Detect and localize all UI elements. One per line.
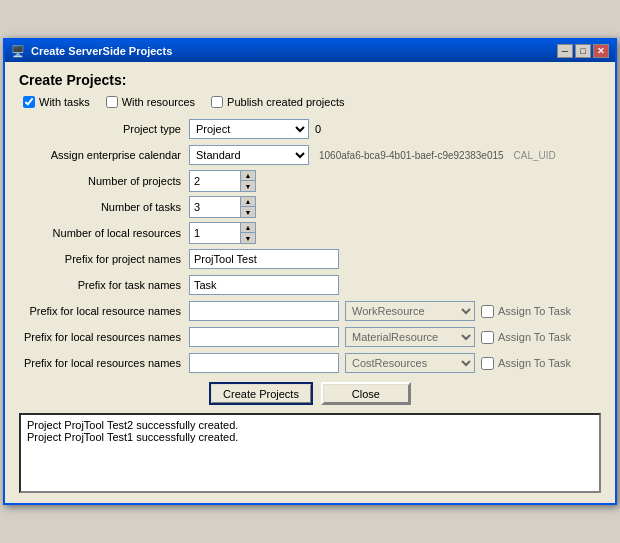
- project-type-controls: Project 0: [189, 119, 601, 139]
- assign-task2-checkbox[interactable]: [481, 331, 494, 344]
- num-tasks-spinbtns: ▲ ▼: [240, 197, 255, 217]
- calendar-label: Assign enterprise calendar: [19, 149, 189, 161]
- num-local-res-spinbtns: ▲ ▼: [240, 223, 255, 243]
- minimize-button[interactable]: ─: [557, 44, 573, 58]
- prefix-local-res1-label: Prefix for local resource names: [19, 305, 189, 317]
- num-local-res-controls: 1 ▲ ▼: [189, 222, 601, 244]
- num-projects-spinner: 2 ▲ ▼: [189, 170, 256, 192]
- project-type-label: Project type: [19, 123, 189, 135]
- prefix-local-res3-label: Prefix for local resources names: [19, 357, 189, 369]
- num-projects-down[interactable]: ▼: [241, 181, 255, 191]
- dialog-content: Create Projects: With tasks With resourc…: [5, 62, 615, 503]
- resource-type2-select[interactable]: MaterialResource: [345, 327, 475, 347]
- project-type-select[interactable]: Project: [189, 119, 309, 139]
- num-projects-input[interactable]: 2: [190, 171, 240, 191]
- prefix-local-res2-row: Prefix for local resources names Materia…: [19, 326, 601, 348]
- output-area: Project ProjTool Test2 successfully crea…: [19, 413, 601, 493]
- num-tasks-spinner: 3 ▲ ▼: [189, 196, 256, 218]
- num-tasks-input[interactable]: 3: [190, 197, 240, 217]
- calendar-row: Assign enterprise calendar Standard 1060…: [19, 144, 601, 166]
- prefix-local-res3-controls: CostResources Assign To Task: [189, 353, 601, 373]
- create-projects-button[interactable]: Create Projects: [209, 382, 313, 405]
- window-title: Create ServerSide Projects: [31, 45, 172, 57]
- titlebar-left: 🖥️ Create ServerSide Projects: [11, 45, 172, 58]
- prefix-task-controls: Task: [189, 275, 601, 295]
- assign-task1-option[interactable]: Assign To Task: [481, 305, 571, 318]
- num-local-res-down[interactable]: ▼: [241, 233, 255, 243]
- num-local-res-input[interactable]: 1: [190, 223, 240, 243]
- prefix-task-row: Prefix for task names Task: [19, 274, 601, 296]
- publish-option[interactable]: Publish created projects: [211, 96, 344, 108]
- num-local-res-spinner: 1 ▲ ▼: [189, 222, 256, 244]
- prefix-local-res1-input[interactable]: [189, 301, 339, 321]
- with-resources-option[interactable]: With resources: [106, 96, 195, 108]
- with-tasks-checkbox[interactable]: [23, 96, 35, 108]
- calendar-select[interactable]: Standard: [189, 145, 309, 165]
- num-tasks-label: Number of tasks: [19, 201, 189, 213]
- prefix-local-res2-controls: MaterialResource Assign To Task: [189, 327, 601, 347]
- prefix-project-label: Prefix for project names: [19, 253, 189, 265]
- num-projects-up[interactable]: ▲: [241, 171, 255, 181]
- assign-task1-checkbox[interactable]: [481, 305, 494, 318]
- window-icon: 🖥️: [11, 45, 25, 58]
- assign-task3-label: Assign To Task: [498, 357, 571, 369]
- prefix-local-res3-row: Prefix for local resources names CostRes…: [19, 352, 601, 374]
- calendar-controls: Standard 1060afa6-bca9-4b01-baef-c9e9238…: [189, 145, 601, 165]
- close-window-button[interactable]: ✕: [593, 44, 609, 58]
- num-tasks-row: Number of tasks 3 ▲ ▼: [19, 196, 601, 218]
- num-tasks-controls: 3 ▲ ▼: [189, 196, 601, 218]
- assign-task3-checkbox[interactable]: [481, 357, 494, 370]
- assign-task1-label: Assign To Task: [498, 305, 571, 317]
- prefix-task-input[interactable]: Task: [189, 275, 339, 295]
- num-tasks-down[interactable]: ▼: [241, 207, 255, 217]
- num-projects-label: Number of projects: [19, 175, 189, 187]
- resource-type1-select[interactable]: WorkResource: [345, 301, 475, 321]
- num-local-res-row: Number of local resources 1 ▲ ▼: [19, 222, 601, 244]
- calendar-uid: 1060afa6-bca9-4b01-baef-c9e92383e015: [319, 150, 504, 161]
- maximize-button[interactable]: □: [575, 44, 591, 58]
- assign-task2-option[interactable]: Assign To Task: [481, 331, 571, 344]
- prefix-local-res2-input[interactable]: [189, 327, 339, 347]
- assign-task2-label: Assign To Task: [498, 331, 571, 343]
- publish-checkbox[interactable]: [211, 96, 223, 108]
- num-local-res-up[interactable]: ▲: [241, 223, 255, 233]
- with-tasks-option[interactable]: With tasks: [23, 96, 90, 108]
- project-type-row: Project type Project 0: [19, 118, 601, 140]
- form-rows: Project type Project 0 Assign enterprise…: [19, 118, 601, 374]
- publish-label: Publish created projects: [227, 96, 344, 108]
- with-resources-label: With resources: [122, 96, 195, 108]
- main-window: 🖥️ Create ServerSide Projects ─ □ ✕ Crea…: [3, 38, 617, 505]
- assign-task3-option[interactable]: Assign To Task: [481, 357, 571, 370]
- with-tasks-label: With tasks: [39, 96, 90, 108]
- resource-type3-select[interactable]: CostResources: [345, 353, 475, 373]
- page-title: Create Projects:: [19, 72, 601, 88]
- close-button[interactable]: Close: [321, 382, 411, 405]
- prefix-task-label: Prefix for task names: [19, 279, 189, 291]
- prefix-local-res2-label: Prefix for local resources names: [19, 331, 189, 343]
- prefix-project-controls: ProjTool Test: [189, 249, 601, 269]
- options-row: With tasks With resources Publish create…: [23, 96, 601, 108]
- with-resources-checkbox[interactable]: [106, 96, 118, 108]
- num-tasks-up[interactable]: ▲: [241, 197, 255, 207]
- prefix-local-res1-row: Prefix for local resource names WorkReso…: [19, 300, 601, 322]
- num-local-res-label: Number of local resources: [19, 227, 189, 239]
- prefix-project-input[interactable]: ProjTool Test: [189, 249, 339, 269]
- output-line-2: Project ProjTool Test1 successfully crea…: [27, 431, 593, 443]
- prefix-project-row: Prefix for project names ProjTool Test: [19, 248, 601, 270]
- output-line-1: Project ProjTool Test2 successfully crea…: [27, 419, 593, 431]
- prefix-local-res3-input[interactable]: [189, 353, 339, 373]
- project-type-extra: 0: [315, 123, 321, 135]
- num-projects-spinbtns: ▲ ▼: [240, 171, 255, 191]
- titlebar: 🖥️ Create ServerSide Projects ─ □ ✕: [5, 40, 615, 62]
- prefix-local-res1-controls: WorkResource Assign To Task: [189, 301, 601, 321]
- button-row: Create Projects Close: [19, 382, 601, 405]
- titlebar-controls: ─ □ ✕: [557, 44, 609, 58]
- num-projects-row: Number of projects 2 ▲ ▼: [19, 170, 601, 192]
- calendar-uid-label: CAL_UID: [514, 150, 556, 161]
- num-projects-controls: 2 ▲ ▼: [189, 170, 601, 192]
